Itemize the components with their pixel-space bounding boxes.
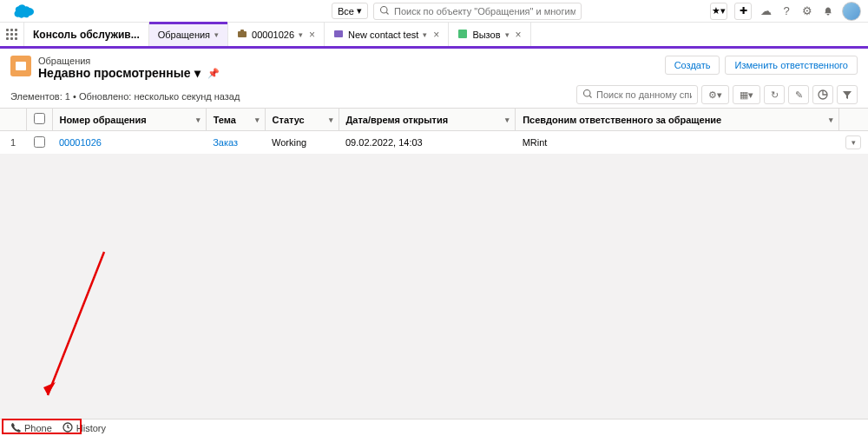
status-cell: Working: [265, 131, 339, 155]
col-rownum: [0, 109, 26, 131]
search-input-wrapper[interactable]: [373, 3, 582, 20]
nav-bar: Консоль обслужив... Обращения ▾ 00001026…: [0, 23, 868, 49]
col-case-number[interactable]: Номер обращения▾: [52, 109, 206, 131]
change-owner-button[interactable]: Изменить ответственного: [725, 56, 858, 75]
app-name: Консоль обслужив...: [24, 23, 149, 46]
chevron-down-icon: ▾: [255, 116, 260, 124]
chevron-down-icon[interactable]: ▾: [505, 30, 510, 39]
data-table: Номер обращения▾ Тема▾ Статус▾ Дата/врем…: [0, 108, 868, 155]
list-view-name: Недавно просмотренные: [38, 66, 190, 80]
list-controls-gear-button[interactable]: ⚙▾: [701, 85, 729, 104]
pin-icon[interactable]: 📌: [207, 68, 220, 79]
chevron-down-icon: ▾: [505, 116, 510, 124]
filter-button[interactable]: [837, 85, 858, 104]
nav-tab-cases[interactable]: Обращения ▾: [149, 23, 228, 46]
case-number-link[interactable]: 00001026: [59, 137, 102, 148]
salesforce-logo: [10, 3, 36, 20]
global-search: Все ▾: [332, 3, 582, 20]
subject-link[interactable]: Заказ: [213, 137, 238, 148]
workspace-tab-contact[interactable]: New contact test ▾ ×: [325, 23, 449, 46]
tab-label: New contact test: [348, 30, 418, 40]
utility-phone-label: Phone: [24, 423, 52, 433]
workspace-tab-case[interactable]: 00001026 ▾ ×: [228, 23, 325, 46]
list-meta: Элементов: 1 • Обновлено: несколько секу…: [10, 91, 240, 102]
svg-point-0: [380, 6, 387, 13]
select-all-checkbox[interactable]: [34, 113, 45, 124]
list-search-input[interactable]: [596, 89, 692, 100]
notifications-bell-icon[interactable]: [821, 4, 835, 18]
utility-history[interactable]: History: [57, 422, 111, 434]
col-opened[interactable]: Дата/время открытия▾: [339, 109, 516, 131]
svg-rect-2: [238, 31, 247, 37]
tab-label: Вызов: [472, 30, 500, 40]
global-add-button[interactable]: ✚: [734, 3, 752, 20]
utility-bar: Phone History: [0, 419, 868, 436]
display-toggle-button[interactable]: ▦▾: [733, 85, 760, 104]
table-row[interactable]: 1 00001026 Заказ Working 09.02.2022, 14:…: [0, 131, 868, 155]
row-actions-button[interactable]: ▾: [845, 135, 861, 149]
svg-rect-4: [334, 30, 343, 37]
col-checkbox[interactable]: [26, 109, 52, 131]
task-icon: [457, 29, 468, 41]
salesforce-help-icon[interactable]: ☁: [759, 4, 773, 18]
col-subject[interactable]: Тема▾: [206, 109, 265, 131]
col-status[interactable]: Статус▾: [265, 109, 339, 131]
chevron-down-icon: ▾: [829, 116, 833, 124]
search-scope-label: Все: [338, 6, 354, 17]
search-scope-dropdown[interactable]: Все ▾: [332, 3, 368, 19]
chart-button[interactable]: [812, 85, 833, 104]
help-icon[interactable]: ?: [779, 4, 793, 18]
close-icon[interactable]: ×: [309, 29, 315, 41]
list-view-picker[interactable]: Недавно просмотренные ▾ 📌: [38, 66, 220, 80]
utility-phone[interactable]: Phone: [5, 422, 57, 434]
tab-label: Обращения: [158, 30, 210, 40]
setup-gear-icon[interactable]: ⚙: [800, 4, 814, 18]
case-object-icon: [10, 56, 31, 76]
utility-history-label: History: [76, 423, 106, 433]
phone-icon: [10, 422, 21, 434]
row-number: 1: [0, 131, 26, 155]
close-icon[interactable]: ×: [516, 29, 522, 41]
search-icon: [582, 89, 593, 101]
close-icon[interactable]: ×: [433, 29, 439, 41]
chevron-down-icon: ▾: [194, 66, 201, 80]
search-input[interactable]: [394, 6, 575, 17]
svg-point-6: [584, 90, 591, 97]
owner-cell: MRint: [516, 131, 838, 155]
chevron-down-icon[interactable]: ▾: [214, 30, 219, 39]
global-header: Все ▾ ★▾ ✚ ☁ ? ⚙: [0, 0, 868, 23]
app-launcher-icon[interactable]: [0, 23, 24, 46]
svg-line-9: [48, 252, 104, 395]
global-actions: ★▾ ✚ ☁ ? ⚙: [710, 2, 861, 21]
chevron-down-icon[interactable]: ▾: [423, 30, 427, 39]
list-search[interactable]: [576, 85, 698, 104]
svg-line-1: [386, 12, 388, 14]
col-owner-alias[interactable]: Псевдоним ответственного за обращение▾: [516, 109, 838, 131]
svg-line-7: [589, 96, 591, 97]
chevron-down-icon: ▾: [196, 116, 201, 124]
search-icon: [379, 5, 390, 17]
history-icon: [62, 422, 73, 434]
contact-icon: [333, 29, 344, 41]
tab-label: 00001026: [252, 30, 294, 40]
user-avatar[interactable]: [842, 2, 861, 21]
case-icon: [237, 29, 247, 41]
svg-rect-3: [240, 30, 244, 32]
edit-inline-button[interactable]: ✎: [788, 85, 809, 104]
annotation-arrow: [35, 243, 113, 408]
page-header: Обращения Недавно просмотренные ▾ 📌 Созд…: [0, 49, 868, 108]
favorites-button[interactable]: ★▾: [710, 3, 727, 20]
object-label: Обращения: [38, 56, 220, 66]
svg-marker-10: [43, 382, 56, 395]
chevron-down-icon[interactable]: ▾: [299, 30, 303, 39]
workspace-tab-task[interactable]: Вызов ▾ ×: [449, 23, 530, 46]
row-checkbox[interactable]: [34, 136, 45, 148]
svg-rect-5: [458, 30, 467, 38]
chevron-down-icon: ▾: [357, 5, 362, 17]
chevron-down-icon: ▾: [329, 116, 333, 124]
refresh-button[interactable]: ↻: [764, 85, 785, 104]
col-actions: [838, 109, 868, 131]
create-button[interactable]: Создать: [665, 56, 720, 75]
opened-cell: 09.02.2022, 14:03: [339, 131, 516, 155]
